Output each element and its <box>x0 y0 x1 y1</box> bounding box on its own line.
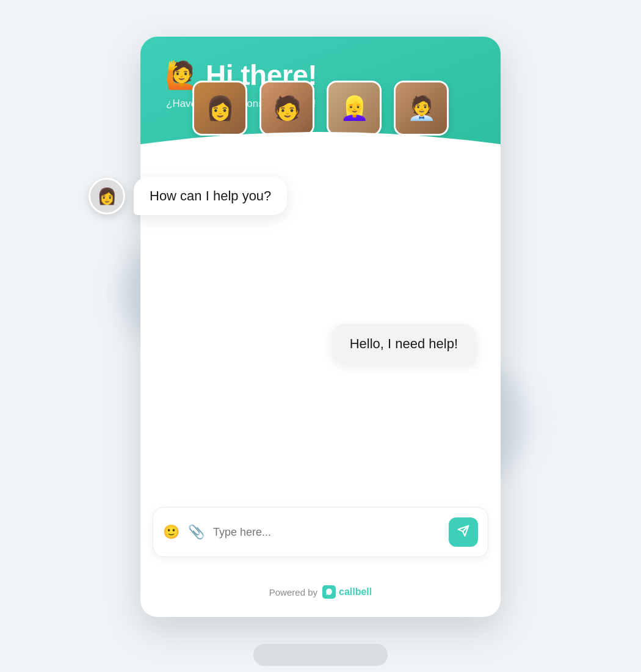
bottom-pill <box>253 644 388 666</box>
card-body: 👩 How can I help you? Hello, I need help… <box>140 159 501 501</box>
user-message-wrap: Hello, I need help! <box>159 324 482 364</box>
agent-bubble: How can I help you? <box>134 177 287 215</box>
user-bubble: Hello, I need help! <box>331 324 476 364</box>
scene: 🙋 Hi there! ¿Have any questions? Let's t… <box>137 37 504 635</box>
attachment-icon[interactable]: 📎 <box>188 524 205 540</box>
input-area: 🙂 📎 <box>153 507 488 557</box>
send-button[interactable] <box>449 517 478 547</box>
card-header: 🙋 Hi there! ¿Have any questions? Let's t… <box>140 37 501 159</box>
agent-message-wrap: 👩 How can I help you? <box>89 177 287 215</box>
message-input[interactable] <box>213 526 440 539</box>
callbell-brand: callbell <box>339 586 372 597</box>
callbell-logo[interactable]: callbell <box>322 585 372 599</box>
powered-by-text: Powered by <box>269 587 317 597</box>
send-icon <box>457 525 469 540</box>
card-footer: Powered by callbell <box>140 575 501 617</box>
header-wave <box>140 126 501 159</box>
emoji-icon[interactable]: 🙂 <box>163 524 179 540</box>
agent-message-avatar: 👩 <box>89 178 125 214</box>
callbell-icon <box>322 585 336 599</box>
phone-card: 🙋 Hi there! ¿Have any questions? Let's t… <box>140 37 501 617</box>
